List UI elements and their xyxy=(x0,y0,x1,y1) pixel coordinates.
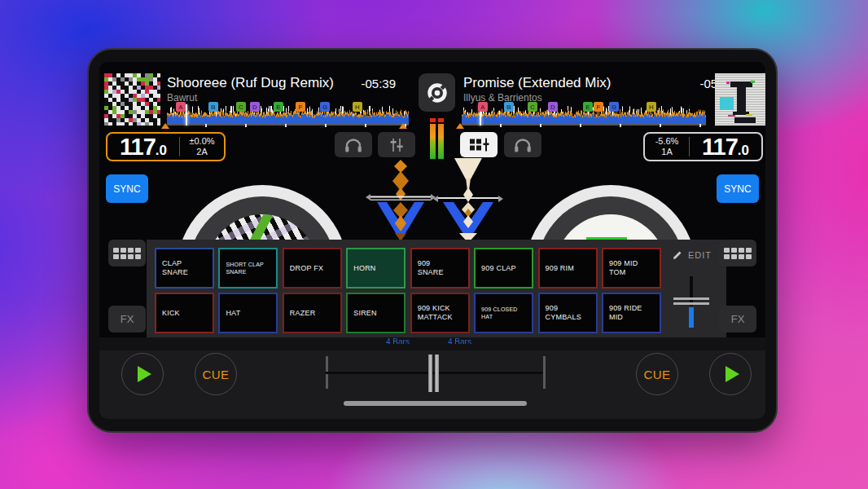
hotcue-marker-B[interactable]: B xyxy=(208,102,218,112)
hotcue-marker-H[interactable]: H xyxy=(353,102,362,112)
sample-pad-label: SIREN xyxy=(353,309,377,318)
sample-pad-label: 909 CLAP xyxy=(481,264,516,273)
transport-bar: CUE CUE xyxy=(99,350,765,419)
playhead-deck-a xyxy=(186,104,187,126)
sample-pad-siren[interactable]: SIREN xyxy=(346,293,406,333)
cue-button-deck-b[interactable]: CUE xyxy=(636,353,678,395)
sample-pad-label: 909 RIM xyxy=(546,264,574,273)
tablet-device-frame: Shooreee (Ruf Dug Remix) -05:39 Bawrut P… xyxy=(87,48,778,433)
cue-label: CUE xyxy=(643,368,670,381)
pad-mode-grid-icon xyxy=(724,248,752,259)
sample-pad-label: HORN xyxy=(353,264,375,273)
pad-mode-button-a[interactable] xyxy=(108,240,146,267)
fx-button-b[interactable]: FX xyxy=(719,306,756,333)
sample-pad-label: 909 SNARE xyxy=(418,259,444,277)
hotcue-marker-C[interactable]: C xyxy=(528,102,537,112)
glitch-fader-art-left xyxy=(364,160,437,241)
sample-pad-label: RAZER xyxy=(290,309,316,318)
sample-pad-909-closed-hat[interactable]: 909 CLOSED HAT xyxy=(474,293,533,333)
sample-pad-label: HAT xyxy=(226,309,240,318)
sample-pad-909-cymbals[interactable]: 909 CYMBALS xyxy=(538,293,598,333)
sample-pad-grid: CLAP SNARESHORT CLAP SNAREDROP FXHORN909… xyxy=(155,248,661,333)
crossfader-handle[interactable] xyxy=(428,355,439,392)
glitch-fader-art-right xyxy=(432,158,505,243)
play-button-deck-a[interactable] xyxy=(121,353,164,395)
sample-volume-fader-level xyxy=(689,307,694,328)
edit-pads-button[interactable]: EDIT xyxy=(673,249,712,260)
hotcue-marker-F[interactable]: F xyxy=(296,102,305,112)
pencil-icon xyxy=(673,249,683,260)
hotcue-marker-D[interactable]: D xyxy=(548,102,558,112)
pad-mode-grid-icon xyxy=(113,248,141,259)
crossfader-end-right xyxy=(543,356,546,389)
sample-volume-fader-handle[interactable] xyxy=(673,297,709,307)
loop-bar-strip: 4 Bars 4 Bars xyxy=(99,337,765,350)
play-triangle-icon xyxy=(726,366,739,382)
loop-length-label-a[interactable]: 4 Bars xyxy=(386,338,410,344)
dj-app-screen: Shooreee (Ruf Dug Remix) -05:39 Bawrut P… xyxy=(99,62,765,419)
hotcue-marker-G[interactable]: G xyxy=(320,102,330,112)
hotcue-marker-G[interactable]: G xyxy=(609,102,619,112)
hotcue-marker-H[interactable]: H xyxy=(647,102,656,112)
sample-pad-909-snare[interactable]: 909 SNARE xyxy=(410,248,470,289)
home-indicator[interactable] xyxy=(344,401,527,406)
hotcue-marker-A[interactable]: A xyxy=(478,102,488,112)
sample-pad-label: 909 MID TOM xyxy=(609,259,638,277)
sample-pad-kick[interactable]: KICK xyxy=(155,293,214,333)
hotcue-marker-B[interactable]: B xyxy=(504,102,514,112)
sample-pad-label: 909 KICK MATTACK xyxy=(418,304,453,322)
hotcue-marker-C[interactable]: C xyxy=(236,102,246,112)
sample-pad-horn[interactable]: HORN xyxy=(346,248,406,289)
play-button-deck-b[interactable] xyxy=(709,353,752,395)
hotcue-marker-A[interactable]: A xyxy=(176,102,186,112)
sample-pad-909-clap[interactable]: 909 CLAP xyxy=(474,248,533,289)
sample-pad-label: DROP FX xyxy=(290,264,323,273)
sample-pad-label: 909 RIDE MID xyxy=(609,304,642,322)
sample-pad-909-kick-mattack[interactable]: 909 KICK MATTACK xyxy=(410,293,470,333)
sample-pad-909-mid-tom[interactable]: 909 MID TOM xyxy=(602,248,661,289)
sample-pad-label: KICK xyxy=(162,309,180,318)
sample-pad-razer[interactable]: RAZER xyxy=(283,293,342,333)
sample-pad-909-ride-mid[interactable]: 909 RIDE MID xyxy=(602,293,661,333)
play-triangle-icon xyxy=(138,366,151,382)
sample-pad-label: 909 CLOSED HAT xyxy=(481,306,517,320)
cue-label: CUE xyxy=(202,368,229,381)
loop-length-label-b[interactable]: 4 Bars xyxy=(448,338,471,344)
sample-pad-label: 909 CYMBALS xyxy=(546,304,581,322)
fx-button-a[interactable]: FX xyxy=(108,306,146,333)
edit-label: EDIT xyxy=(688,250,712,260)
sample-pad-909-rim[interactable]: 909 RIM xyxy=(538,248,598,289)
hotcue-marker-F[interactable]: F xyxy=(594,102,603,112)
sample-pad-label: SHORT CLAP SNARE xyxy=(226,261,263,275)
sample-pad-label: CLAP SNARE xyxy=(162,259,188,277)
sample-pad-short-clap-snare[interactable]: SHORT CLAP SNARE xyxy=(218,248,278,289)
sample-pad-drop-fx[interactable]: DROP FX xyxy=(283,248,342,289)
cue-button-deck-a[interactable]: CUE xyxy=(195,353,237,395)
hotcue-marker-E[interactable]: E xyxy=(583,102,593,112)
sample-pad-panel: CLAP SNARESHORT CLAP SNAREDROP FXHORN909… xyxy=(147,240,726,337)
hotcue-marker-E[interactable]: E xyxy=(274,102,283,112)
hotcue-marker-D[interactable]: D xyxy=(250,102,260,112)
sample-pad-hat[interactable]: HAT xyxy=(218,293,278,333)
sample-pad-clap-snare[interactable]: CLAP SNARE xyxy=(155,248,214,289)
pad-mode-button-b[interactable] xyxy=(719,240,756,267)
